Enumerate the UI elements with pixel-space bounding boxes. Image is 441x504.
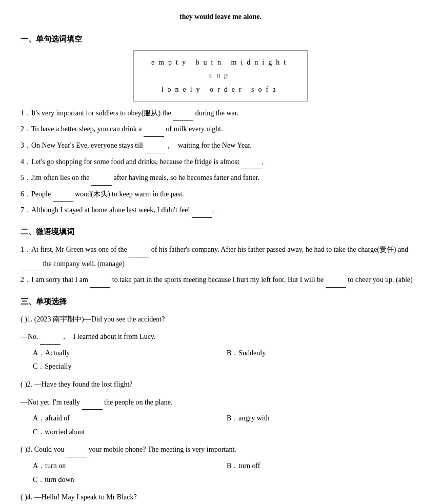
mc-q3-optC: C．turn down (33, 473, 227, 487)
q6-text: 6．People wood(木头) to keep warm in the pa… (21, 188, 420, 202)
mc-q3-options: A．turn on B．turn off C．turn down (33, 459, 420, 487)
mc-q2-optA: A．afraid of (33, 412, 227, 426)
mc-q2-optD (227, 426, 420, 439)
blank-s2-1b (21, 257, 41, 272)
blank-s2-2a (90, 273, 110, 288)
mc-q2-dialog2: —Not yet. I'm really the people on the p… (21, 396, 420, 410)
blank2 (144, 123, 164, 137)
q1-text: 1．It's very important for soldiers to ob… (21, 107, 420, 121)
q7-text: 7．Although I stayed at home alone last w… (21, 204, 420, 218)
s2-q2: 2．I am sorry that I am to take part in t… (21, 273, 420, 288)
q4-text: 4．Let's go shopping for some food and dr… (21, 155, 420, 170)
q2-text: 2．To have a better sleep, you can drink … (21, 123, 420, 137)
word-row2: lonely order sofa (146, 83, 295, 96)
s2-q1: 1．At first, Mr Green was one of the of h… (21, 243, 420, 271)
page-header-title: they would leave me alone. (21, 10, 420, 23)
mc-q2-optB: B．angry with (227, 412, 420, 426)
blank6 (53, 188, 73, 202)
blank-s2-1a (129, 243, 149, 257)
blank-mc1 (40, 330, 61, 345)
mc-q1-header: ( )1. (2023 南宇期中)—Did you see the accide… (21, 313, 420, 327)
mc-q4-header: ( )4. —Hello! May I speak to Mr Black? (21, 491, 420, 504)
q3-text: 3．On New Year's Eve, everyone stays till… (21, 139, 420, 153)
mc-q3-header: ( )3. Could you your mobile phone? The m… (21, 443, 420, 457)
mc-q3-optB: B．turn off (227, 459, 420, 473)
blank7 (192, 204, 212, 218)
word-row1: empty burn midnight cup (146, 56, 295, 82)
blank-mc3 (66, 443, 87, 457)
section1-title: 一、单句选词填空 (21, 32, 420, 46)
word-box: empty burn midnight cup lonely order sof… (133, 50, 308, 102)
mc-q1-optC: C．Specially (33, 360, 227, 374)
mc-q1-optB: B．Suddenly (227, 347, 420, 360)
mc-q3-optA: A．turn on (33, 459, 227, 473)
q5-text: 5．Jim often lies on the after having mea… (21, 171, 420, 186)
blank5 (91, 171, 112, 186)
section2-title: 二、微语境填词 (21, 225, 420, 239)
blank1 (173, 107, 193, 121)
blank4 (241, 155, 262, 170)
mc-q1-options: A．Actually B．Suddenly C．Specially (33, 347, 420, 374)
mc-q2-optC: C．worried about (33, 426, 227, 439)
blank3 (145, 139, 165, 153)
mc-q1-optA: A．Actually (33, 347, 227, 360)
blank-s2-2b (326, 273, 346, 288)
mc-q1-optD (227, 360, 420, 374)
mc-q1-dialog2: —No. ， I learned about it from Lucy. (21, 330, 420, 345)
blank-mc2 (82, 396, 103, 410)
mc-q3-optD (227, 473, 420, 487)
mc-q2-header: ( )2. —Have they found the lost flight? (21, 378, 420, 392)
mc-q2-options: A．afraid of B．angry with C．worried about (33, 412, 420, 439)
section3-title: 三、单项选择 (21, 295, 420, 309)
